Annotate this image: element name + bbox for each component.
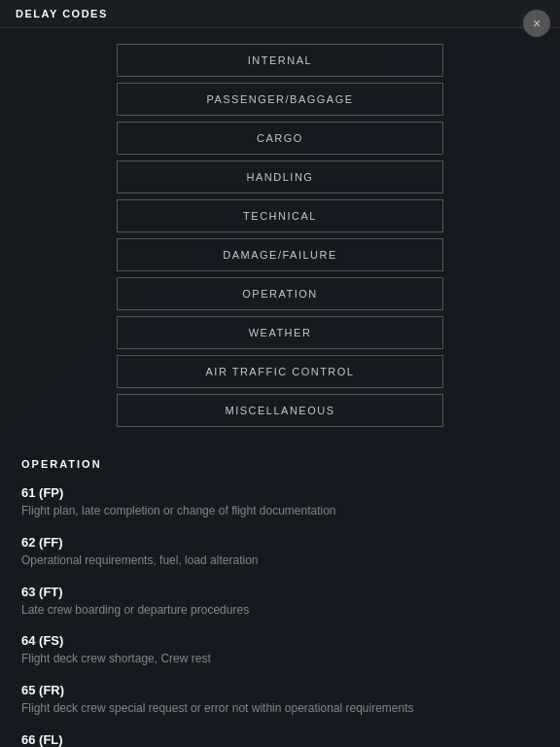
category-button-miscellaneous[interactable]: MISCELLANEOUS	[117, 394, 443, 427]
category-buttons-section: INTERNAL PASSENGER/BAGGAGE CARGO HANDLIN…	[0, 28, 560, 443]
delay-description: Flight deck crew special request or erro…	[21, 700, 539, 717]
delay-code: 64 (FS)	[21, 633, 539, 648]
delay-code: 66 (FL)	[21, 732, 539, 747]
header-title: DELAY CODES	[16, 8, 108, 19]
list-item: 65 (FR) Flight deck crew special request…	[21, 683, 539, 717]
category-button-operation[interactable]: OPERATION	[117, 277, 443, 310]
delay-description: Flight plan, late completion or change o…	[21, 503, 539, 519]
delay-code: 62 (FF)	[21, 535, 539, 550]
content-section: OPERATION 61 (FP) Flight plan, late comp…	[0, 443, 560, 747]
category-button-air-traffic-control[interactable]: AIR TRAFFIC CONTROL	[117, 355, 443, 388]
category-button-technical[interactable]: TECHNICAL	[117, 199, 443, 232]
list-item: 62 (FF) Operational requirements, fuel, …	[21, 535, 539, 569]
category-button-weather[interactable]: WEATHER	[117, 316, 443, 349]
close-button[interactable]: ×	[523, 10, 550, 37]
delay-description: Operational requirements, fuel, load alt…	[21, 552, 539, 569]
header-bar: DELAY CODES	[0, 0, 560, 28]
delay-code: 65 (FR)	[21, 683, 539, 697]
delay-code: 63 (FT)	[21, 585, 539, 599]
category-button-cargo[interactable]: CARGO	[117, 122, 443, 155]
list-item: 63 (FT) Late crew boarding or departure …	[21, 585, 539, 619]
modal-container: DELAY CODES × INTERNAL PASSENGER/BAGGAGE…	[0, 0, 560, 747]
delay-code: 61 (FP)	[21, 485, 539, 500]
list-item: 61 (FP) Flight plan, late completion or …	[21, 485, 539, 519]
section-title: OPERATION	[21, 458, 539, 470]
list-item: 66 (FL) Late cabin crew boarding or depa…	[21, 732, 539, 747]
delay-description: Late crew boarding or departure procedur…	[21, 602, 539, 619]
category-button-damage-failure[interactable]: DAMAGE/FAILURE	[117, 238, 443, 271]
category-button-passenger-baggage[interactable]: PASSENGER/BAGGAGE	[117, 83, 443, 116]
category-button-handling[interactable]: HANDLING	[117, 160, 443, 194]
category-button-internal[interactable]: INTERNAL	[117, 44, 443, 77]
close-icon: ×	[533, 16, 541, 31]
list-item: 64 (FS) Flight deck crew shortage, Crew …	[21, 633, 539, 667]
delay-description: Flight deck crew shortage, Crew rest	[21, 651, 539, 667]
